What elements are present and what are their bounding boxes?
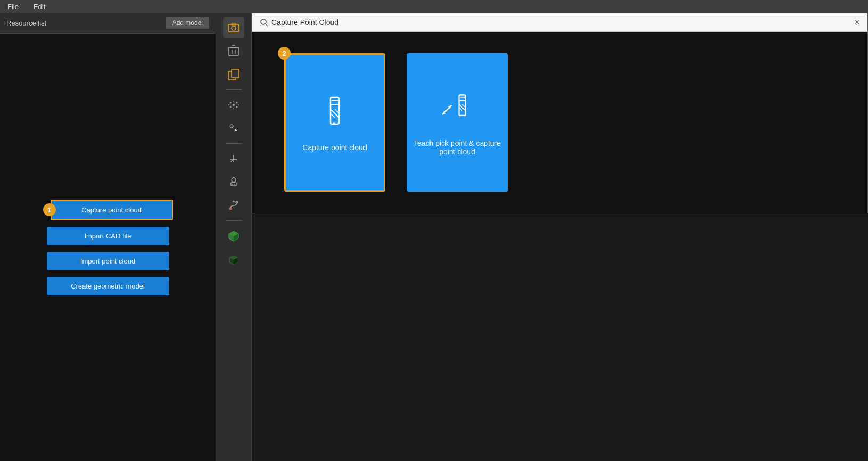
axes-icon[interactable] — [223, 148, 244, 169]
svg-point-32 — [234, 184, 235, 185]
svg-line-58 — [459, 104, 466, 111]
search-icon — [260, 18, 268, 27]
svg-point-1 — [232, 26, 236, 30]
resource-list-title: Resource list — [6, 19, 46, 27]
add-model-button[interactable]: Add model — [166, 17, 209, 29]
svg-rect-30 — [231, 183, 236, 186]
point-cloud-icon[interactable] — [223, 94, 244, 116]
import-point-cloud-button[interactable]: Import point cloud — [47, 252, 169, 270]
dark-cube-icon[interactable] — [223, 249, 244, 270]
capture-card-label: Capture point cloud — [296, 143, 373, 152]
right-area: Capture Point Cloud × 2 — [252, 13, 868, 461]
svg-point-12 — [236, 102, 237, 104]
svg-point-17 — [228, 104, 229, 105]
capture-point-cloud-card[interactable]: Capture point cloud — [284, 53, 385, 192]
dialog-panel: Capture Point Cloud × 2 — [252, 13, 868, 213]
separator-2 — [226, 143, 242, 144]
teach-card-icon — [439, 89, 476, 126]
svg-point-16 — [233, 108, 234, 109]
step-badge-1: 1 — [43, 203, 56, 216]
svg-rect-0 — [228, 24, 239, 32]
main-area: Resource list Add model 1 Capture point … — [0, 13, 868, 461]
svg-point-31 — [232, 184, 233, 185]
svg-point-14 — [236, 106, 237, 108]
resource-header: Resource list Add model — [0, 13, 216, 34]
edit-menu[interactable]: Edit — [30, 2, 48, 12]
duplicate-icon[interactable] — [223, 64, 244, 85]
menubar: File Edit — [0, 0, 868, 13]
svg-point-43 — [261, 19, 266, 24]
step-badge-2: 2 — [278, 47, 291, 60]
dialog-title: Capture Point Cloud — [260, 18, 338, 27]
capture-card-icon — [316, 93, 353, 130]
capture-btn-wrapper: 1 Capture point cloud — [51, 200, 173, 220]
teach-card-label: Teach pick point & capture point cloud — [407, 139, 508, 156]
import-cad-button[interactable]: Import CAD file — [47, 227, 169, 245]
viewport — [252, 213, 868, 461]
dialog-body: 2 — [252, 32, 867, 213]
green-cube-icon[interactable] — [223, 225, 244, 246]
trash-icon[interactable] — [223, 40, 244, 62]
svg-point-13 — [229, 106, 231, 108]
dialog-header: Capture Point Cloud × — [252, 13, 867, 32]
svg-point-10 — [233, 104, 235, 106]
robot-icon[interactable] — [223, 171, 244, 193]
capture-point-cloud-button[interactable]: Capture point cloud — [51, 200, 173, 220]
svg-point-11 — [229, 102, 231, 104]
teach-card-wrapper: Teach pick point & capture point cloud — [407, 53, 508, 192]
svg-line-44 — [266, 24, 268, 26]
teach-capture-card[interactable]: Teach pick point & capture point cloud — [407, 53, 508, 192]
file-menu[interactable]: File — [4, 2, 22, 12]
svg-point-29 — [232, 178, 236, 182]
dialog-close-button[interactable]: × — [854, 18, 860, 27]
svg-line-48 — [330, 109, 339, 118]
separator-3 — [226, 220, 242, 221]
create-geometric-model-button[interactable]: Create geometric model — [47, 277, 169, 295]
dialog-title-text: Capture Point Cloud — [271, 18, 338, 27]
svg-point-18 — [237, 104, 238, 105]
camera-icon[interactable] — [223, 17, 244, 38]
svg-rect-3 — [229, 47, 238, 56]
resource-content: 1 Capture point cloud Import CAD file Im… — [0, 34, 216, 461]
left-panel: Resource list Add model 1 Capture point … — [0, 13, 216, 461]
separator-1 — [226, 89, 242, 90]
svg-point-15 — [233, 101, 234, 102]
svg-rect-9 — [232, 69, 239, 78]
path-icon[interactable] — [223, 195, 244, 216]
capture-card-wrapper: 2 — [284, 53, 385, 192]
svg-marker-36 — [232, 200, 235, 202]
toolbar — [216, 13, 252, 461]
add-node-icon[interactable] — [223, 118, 244, 139]
